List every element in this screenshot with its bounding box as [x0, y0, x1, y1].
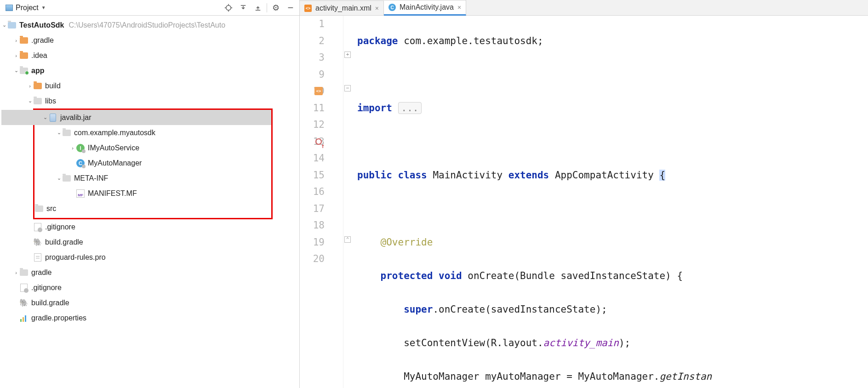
- tree-label: javalib.jar: [60, 114, 91, 122]
- tree-label: MyAutoManager: [88, 159, 142, 167]
- line-number: 16: [300, 183, 325, 200]
- tree-label: proguard-rules.pro: [45, 253, 106, 262]
- tree-label: build.gradle: [31, 299, 69, 307]
- line-number: 11: [300, 100, 325, 117]
- line-number: 12: [300, 116, 325, 133]
- interface-icon: I: [76, 144, 85, 152]
- tree-label: .gitignore: [45, 223, 75, 231]
- tree-label: gradle: [31, 268, 51, 277]
- chevron-down-icon: ▼: [41, 5, 46, 10]
- tree-item[interactable]: ›.gradle: [0, 33, 299, 48]
- file-icon: [34, 253, 41, 262]
- project-panel: Project ▼ ⚙ − ⌄ TestAutoSdk C:\Users\470…: [0, 0, 300, 388]
- tree-label: com.example.myautosdk: [74, 129, 155, 137]
- tab-xml[interactable]: <> activity_main.xml ×: [300, 0, 384, 15]
- java-icon: C: [388, 4, 396, 11]
- tree-item[interactable]: ·.gitignore: [0, 280, 299, 295]
- divider: [267, 3, 267, 12]
- xml-icon: <>: [304, 5, 312, 12]
- folded-region[interactable]: ...: [398, 102, 422, 114]
- gitignore-icon: [34, 223, 41, 231]
- project-header: Project ▼ ⚙ −: [0, 0, 299, 16]
- tree-label: .gitignore: [31, 284, 62, 292]
- project-title: Project: [16, 4, 39, 12]
- project-dropdown[interactable]: Project ▼: [3, 3, 49, 13]
- line-number: 17: [300, 200, 325, 217]
- tree-item[interactable]: ⌄com.example.myautosdk: [1, 125, 271, 140]
- line-number: 18: [300, 217, 325, 234]
- line-number: 20: [300, 251, 325, 268]
- line-number: 3: [300, 49, 325, 66]
- tree-label: gradle.properties: [31, 314, 86, 322]
- editor-tabs: <> activity_main.xml × C MainActivity.ja…: [300, 0, 868, 16]
- manifest-icon: MF: [76, 189, 85, 198]
- target-icon[interactable]: [223, 2, 234, 14]
- gitignore-icon: [20, 284, 28, 292]
- tree-item[interactable]: ·proguard-rules.pro: [0, 250, 299, 265]
- tree-label: .idea: [31, 51, 47, 60]
- close-icon[interactable]: ×: [457, 4, 461, 11]
- tab-label: activity_main.xml: [315, 4, 371, 12]
- line-gutter: 1 2 3 9 10<> 11 12 13 14 15 16 17 18 19 …: [300, 16, 343, 388]
- tree-item[interactable]: ·CMyAutoManager: [1, 155, 271, 171]
- line-number: 15: [300, 167, 325, 184]
- project-tree: ⌄ TestAutoSdk C:\Users\47075\AndroidStud…: [0, 16, 299, 388]
- gradle-icon: 🐘: [33, 238, 42, 246]
- line-number: 19: [300, 234, 325, 251]
- tree-root[interactable]: ⌄ TestAutoSdk C:\Users\47075\AndroidStud…: [0, 17, 299, 33]
- highlight-box: ⌄javalib.jar ⌄com.example.myautosdk ›IIM…: [33, 108, 273, 219]
- tree-label: IMyAutoService: [88, 144, 139, 152]
- tree-path: C:\Users\47075\AndroidStudioProjects\Tes…: [69, 21, 225, 29]
- tree-item[interactable]: ·🐘build.gradle: [0, 295, 299, 310]
- expand-down-icon[interactable]: [237, 2, 249, 14]
- fold-column: + − ⌃: [343, 16, 354, 388]
- tree-item-selected[interactable]: ⌄javalib.jar: [1, 110, 271, 125]
- gear-icon[interactable]: ⚙: [270, 2, 282, 14]
- tree-label: src: [46, 205, 56, 213]
- class-icon: C: [76, 159, 85, 167]
- tree-item[interactable]: ›IIMyAutoService: [1, 140, 271, 155]
- line-number: 2: [300, 33, 325, 50]
- tree-label: build.gradle: [45, 238, 83, 246]
- collapse-up-icon[interactable]: [252, 2, 264, 14]
- tree-label: libs: [45, 97, 56, 105]
- tab-label: MainActivity.java: [400, 3, 454, 11]
- code-area[interactable]: package com.example.testautosdk; import …: [354, 16, 868, 388]
- jar-icon: [50, 114, 56, 122]
- inspection-icon[interactable]: <>: [314, 87, 323, 95]
- line-number: 14: [300, 150, 325, 167]
- tree-item[interactable]: ›.idea: [0, 48, 299, 63]
- line-number: 13: [300, 133, 325, 150]
- tree-item[interactable]: ›build: [0, 78, 299, 93]
- tree-label: TestAutoSdk: [19, 21, 64, 29]
- properties-icon: [20, 314, 28, 322]
- line-number: 1: [300, 16, 325, 33]
- gradle-icon: 🐘: [19, 299, 29, 307]
- tree-item[interactable]: ⌄app: [0, 63, 299, 78]
- tab-java[interactable]: C MainActivity.java ×: [384, 0, 466, 16]
- override-icon[interactable]: [314, 137, 323, 146]
- project-icon: [6, 5, 13, 11]
- code-editor[interactable]: 1 2 3 9 10<> 11 12 13 14 15 16 17 18 19 …: [300, 16, 868, 388]
- tree-label: app: [31, 67, 44, 75]
- tree-item[interactable]: ·🐘build.gradle: [0, 234, 299, 250]
- tree-label: build: [45, 82, 61, 90]
- tree-item[interactable]: ·MFMANIFEST.MF: [1, 186, 271, 201]
- fold-end-icon[interactable]: ⌃: [344, 236, 351, 243]
- tree-label: META-INF: [74, 174, 108, 183]
- line-number: 9: [300, 66, 325, 83]
- tree-item[interactable]: ›gradle: [0, 265, 299, 280]
- fold-minus-icon[interactable]: −: [344, 85, 351, 91]
- tree-label: MANIFEST.MF: [88, 189, 137, 198]
- fold-plus-icon[interactable]: +: [344, 51, 351, 58]
- tree-item[interactable]: ·.gitignore: [0, 219, 299, 234]
- tree-item[interactable]: ·src: [1, 201, 271, 216]
- line-number: 10<>: [300, 83, 325, 100]
- tree-item[interactable]: ⌄libs: [0, 93, 299, 108]
- svg-point-0: [226, 5, 231, 10]
- tree-label: .gradle: [31, 36, 54, 45]
- tree-item[interactable]: ·gradle.properties: [0, 310, 299, 325]
- tree-item[interactable]: ⌄META-INF: [1, 171, 271, 186]
- close-icon[interactable]: ×: [375, 5, 379, 12]
- minimize-icon[interactable]: −: [285, 2, 297, 14]
